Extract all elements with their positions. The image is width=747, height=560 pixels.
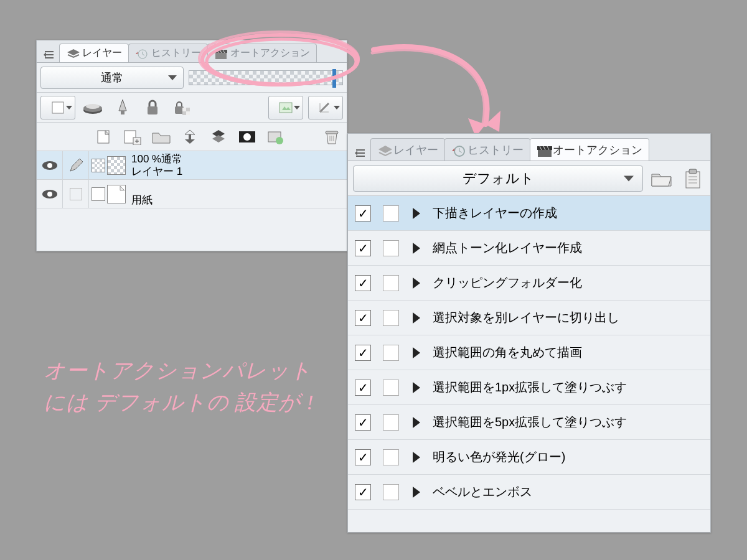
lock-transparent-icon[interactable] — [170, 96, 195, 119]
edit-indicator[interactable] — [63, 180, 89, 208]
merge-icon[interactable] — [207, 127, 230, 147]
new-layer-icon[interactable] — [93, 127, 115, 147]
transfer-down-icon[interactable] — [179, 127, 201, 147]
svg-rect-12 — [186, 111, 190, 115]
expand-icon[interactable] — [404, 278, 429, 289]
action-dialog-toggle[interactable] — [378, 414, 404, 431]
tab-layers[interactable]: レイヤー — [59, 44, 129, 62]
action-enabled-checkbox[interactable]: ✓ — [348, 240, 378, 256]
svg-rect-9 — [175, 106, 184, 114]
svg-point-19 — [243, 133, 251, 141]
action-enabled-checkbox[interactable]: ✓ — [348, 275, 378, 291]
clapper-icon — [214, 49, 227, 58]
action-enabled-checkbox[interactable]: ✓ — [348, 484, 378, 500]
svg-rect-11 — [182, 108, 186, 111]
action-enabled-checkbox[interactable]: ✓ — [348, 414, 378, 431]
layer-row[interactable]: 100 %通常 レイヤー 1 — [37, 151, 347, 180]
tab-history[interactable]: ヒストリー — [128, 44, 208, 62]
trash-icon[interactable] — [321, 127, 343, 147]
expand-icon[interactable] — [404, 417, 429, 428]
annotation-arrow — [361, 31, 548, 149]
tab-history[interactable]: ヒストリー — [444, 138, 530, 161]
annotation-text: オートアクションパレット には デフォルトの 設定が ! — [44, 355, 314, 418]
blend-row: 通常 — [37, 63, 347, 93]
action-row[interactable]: ✓選択範囲を1px拡張して塗りつぶす — [348, 370, 710, 405]
new-folder-icon[interactable] — [150, 127, 172, 147]
action-dialog-toggle[interactable] — [378, 484, 404, 500]
lock-icon[interactable] — [140, 96, 165, 119]
expand-icon[interactable] — [404, 452, 429, 463]
action-set-select[interactable]: デフォルト — [353, 166, 643, 192]
mask-mode-button[interactable] — [268, 96, 303, 119]
expand-icon[interactable] — [404, 487, 429, 498]
visibility-toggle[interactable] — [37, 180, 63, 208]
action-row[interactable]: ✓選択範囲の角を丸めて描画 — [348, 335, 710, 370]
action-dialog-toggle[interactable] — [378, 380, 404, 396]
tab-row: レイヤー ヒストリー オートアクション — [348, 134, 710, 161]
action-dialog-toggle[interactable] — [378, 240, 404, 256]
mask-icon[interactable] — [80, 96, 105, 119]
expand-icon[interactable] — [404, 208, 429, 219]
apply-mask-icon[interactable] — [265, 127, 287, 147]
layer-name-text: 用紙 — [131, 194, 153, 207]
collapse-toggle-icon[interactable] — [353, 146, 368, 161]
visibility-toggle[interactable] — [37, 151, 63, 179]
action-row[interactable]: ✓下描きレイヤーの作成 — [348, 196, 710, 231]
open-folder-icon[interactable] — [648, 166, 674, 192]
action-label: ベベルとエンボス — [429, 483, 710, 500]
action-enabled-checkbox[interactable]: ✓ — [348, 449, 378, 465]
action-row[interactable]: ✓ベベルとエンボス — [348, 475, 710, 510]
action-dialog-toggle[interactable] — [378, 205, 404, 222]
tab-auto-action[interactable]: オートアクション — [530, 138, 649, 161]
action-label: 選択範囲を1px拡張して塗りつぶす — [429, 379, 710, 396]
action-label: 網点トーン化レイヤー作成 — [429, 240, 710, 256]
collapse-toggle-icon[interactable] — [42, 47, 57, 62]
tab-auto-action[interactable]: オートアクション — [207, 44, 317, 62]
expand-icon[interactable] — [404, 347, 429, 358]
clipboard-icon[interactable] — [679, 166, 705, 192]
action-set-name: デフォルト — [463, 169, 534, 188]
opacity-handle[interactable] — [332, 69, 336, 88]
action-set-row: デフォルト — [348, 161, 710, 196]
edit-indicator[interactable] — [63, 151, 89, 179]
action-row[interactable]: ✓選択対象を別レイヤーに切り出し — [348, 301, 710, 335]
expand-icon[interactable] — [404, 382, 429, 393]
action-enabled-checkbox[interactable]: ✓ — [348, 205, 378, 222]
new-layer-plus-icon[interactable] — [121, 127, 144, 147]
action-label: 選択範囲を5px拡張して塗りつぶす — [429, 414, 710, 431]
action-row[interactable]: ✓明るい色が発光(グロー) — [348, 440, 710, 475]
clapper-icon — [537, 145, 549, 155]
layers-panel: レイヤー ヒストリー オートアクション 通常 — [36, 40, 347, 251]
history-icon — [451, 145, 464, 155]
svg-rect-17 — [189, 134, 191, 139]
action-dialog-toggle[interactable] — [378, 449, 404, 465]
action-row[interactable]: ✓網点トーン化レイヤー作成 — [348, 231, 710, 266]
svg-rect-1 — [215, 53, 227, 59]
ruler-mode-button[interactable] — [308, 96, 343, 119]
blend-mode-select[interactable]: 通常 — [40, 67, 184, 89]
tab-row: レイヤー ヒストリー オートアクション — [37, 40, 347, 63]
tab-layers[interactable]: レイヤー — [370, 138, 445, 161]
action-dialog-toggle[interactable] — [378, 310, 404, 326]
opacity-slider[interactable] — [189, 70, 343, 85]
layer-row[interactable]: 用紙 — [37, 180, 347, 208]
create-mask-icon[interactable] — [236, 127, 258, 147]
action-dialog-toggle[interactable] — [378, 275, 404, 291]
action-row[interactable]: ✓選択範囲を5px拡張して塗りつぶす — [348, 405, 710, 440]
palette-color-button[interactable] — [40, 96, 75, 119]
svg-rect-7 — [121, 111, 125, 114]
action-label: 明るい色が発光(グロー) — [429, 449, 710, 465]
action-label: 選択対象を別レイヤーに切り出し — [429, 309, 710, 326]
action-enabled-checkbox[interactable]: ✓ — [348, 310, 378, 326]
auto-action-panel: レイヤー ヒストリー オートアクション デフォルト ✓下描きレイヤーの作成✓網点… — [347, 133, 711, 533]
reference-icon[interactable] — [110, 96, 135, 119]
expand-icon[interactable] — [404, 312, 429, 324]
action-row[interactable]: ✓クリッピングフォルダー化 — [348, 266, 710, 301]
layer-info: 100 %通常 レイヤー 1 — [129, 153, 182, 177]
action-enabled-checkbox[interactable]: ✓ — [348, 345, 378, 361]
action-dialog-toggle[interactable] — [378, 345, 404, 361]
expand-icon[interactable] — [404, 243, 429, 254]
action-enabled-checkbox[interactable]: ✓ — [348, 380, 378, 396]
action-label: クリッピングフォルダー化 — [429, 274, 710, 291]
annotation-line2: には デフォルトの 設定が ! — [44, 386, 314, 418]
